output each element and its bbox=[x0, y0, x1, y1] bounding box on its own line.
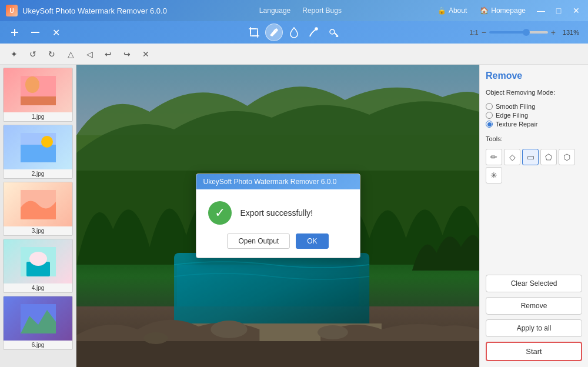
crop-tool-btn[interactable] bbox=[245, 24, 263, 41]
title-bar: U UkeySoft Photo Watermark Remover 6.0.0… bbox=[0, 0, 588, 21]
panel-title: Remove bbox=[486, 71, 582, 81]
dialog-footer: Open Output OK bbox=[196, 233, 360, 258]
apply-to-all-btn[interactable]: Apply to all bbox=[486, 319, 582, 337]
start-btn[interactable]: Start bbox=[486, 342, 582, 361]
canvas-area[interactable]: UkeySoft Photo Watermark Remover 6.0.0 ✓… bbox=[76, 65, 479, 367]
cancel-edit-btn[interactable]: ✕ bbox=[138, 46, 154, 62]
removing-mode-label: Object Removing Mode: bbox=[486, 89, 582, 96]
svg-point-18 bbox=[41, 136, 53, 148]
thumb-label-6: 6.jpg bbox=[4, 341, 72, 349]
dialog-body: ✓ Export successfully! bbox=[196, 189, 360, 233]
mode-edge-label: Edge Filing bbox=[496, 112, 528, 119]
svg-rect-17 bbox=[21, 145, 56, 162]
sparkle-btn[interactable]: ✦ bbox=[6, 46, 22, 62]
tools-row: ✏ ◇ ▭ ⬠ ⬡ ✳ bbox=[486, 149, 582, 184]
remove-btn[interactable]: Remove bbox=[486, 297, 582, 315]
brush-mode-btn[interactable] bbox=[265, 24, 283, 41]
removing-mode-group: Smooth Filing Edge Filing Texture Repair bbox=[486, 103, 582, 128]
zoom-plus-btn[interactable]: + bbox=[551, 28, 556, 37]
language-btn[interactable]: Language bbox=[259, 6, 290, 15]
svg-point-14 bbox=[25, 76, 39, 93]
rect-tool-btn[interactable]: ▭ bbox=[522, 149, 539, 165]
magic-wand-btn[interactable]: ✳ bbox=[486, 167, 502, 184]
app-title: UkeySoft Photo Watermark Remover 6.0.0 bbox=[22, 6, 167, 15]
mode-texture-repair[interactable]: Texture Repair bbox=[486, 121, 582, 128]
svg-rect-2 bbox=[31, 32, 39, 33]
svg-point-8 bbox=[315, 28, 318, 30]
undo-btn[interactable]: ↩ bbox=[100, 46, 116, 62]
thumbnails-panel: 1.jpg 2.jpg 3.jpg 4.jpg 6.jpg bbox=[0, 65, 76, 367]
svg-point-22 bbox=[29, 252, 47, 266]
dialog-overlay: UkeySoft Photo Watermark Remover 6.0.0 ✓… bbox=[76, 65, 479, 367]
minus-btn[interactable] bbox=[26, 24, 44, 41]
minimize-btn[interactable]: — bbox=[535, 5, 547, 16]
zoom-minus-btn[interactable]: − bbox=[482, 28, 486, 37]
export-dialog: UkeySoft Photo Watermark Remover 6.0.0 ✓… bbox=[196, 174, 360, 258]
dialog-message: Export successfully! bbox=[240, 208, 313, 218]
success-icon: ✓ bbox=[208, 201, 232, 225]
mode-smooth-filing[interactable]: Smooth Filing bbox=[486, 103, 582, 110]
open-output-btn[interactable]: Open Output bbox=[227, 233, 290, 249]
main-area: 1.jpg 2.jpg 3.jpg 4.jpg 6.jpg bbox=[0, 65, 588, 367]
svg-rect-7 bbox=[250, 29, 258, 36]
svg-point-9 bbox=[330, 29, 335, 34]
thumbnail-1[interactable]: 1.jpg bbox=[3, 68, 73, 122]
sub-toolbar: ✕ 1:1 − + 131% bbox=[0, 21, 588, 44]
dialog-title: UkeySoft Photo Watermark Remover 6.0.0 bbox=[196, 174, 360, 189]
tools-label: Tools: bbox=[486, 135, 582, 142]
report-bugs-btn[interactable]: Report Bugs bbox=[302, 6, 342, 15]
thumb-label-1: 1.jpg bbox=[4, 112, 72, 121]
ok-btn[interactable]: OK bbox=[296, 233, 328, 249]
zoom-slider[interactable] bbox=[489, 31, 548, 34]
zoom-label-1to1: 1:1 bbox=[469, 29, 478, 36]
flip-v-btn[interactable]: ◁ bbox=[81, 46, 98, 62]
fill-tool-btn[interactable]: ⬡ bbox=[559, 149, 575, 165]
right-panel: Remove Object Removing Mode: Smooth Fili… bbox=[479, 65, 588, 367]
app-icon: U bbox=[6, 5, 18, 16]
clear-selected-btn[interactable]: Clear Selected bbox=[486, 275, 582, 292]
redo-btn[interactable]: ↪ bbox=[119, 46, 135, 62]
brush-tool-btn2[interactable] bbox=[305, 24, 323, 41]
about-btn[interactable]: 🔒 About bbox=[434, 5, 470, 16]
radio-texture[interactable] bbox=[486, 121, 493, 128]
close-btn[interactable]: ✕ bbox=[570, 5, 582, 16]
key-tool-btn[interactable] bbox=[325, 24, 343, 41]
thumbnail-4[interactable]: 4.jpg bbox=[3, 239, 73, 293]
pencil-tool-btn[interactable]: ✏ bbox=[486, 149, 502, 165]
drop-tool-btn[interactable] bbox=[285, 24, 303, 41]
mode-texture-label: Texture Repair bbox=[496, 121, 538, 128]
polygon-tool-btn[interactable]: ⬠ bbox=[540, 149, 557, 165]
zoom-percent: 131% bbox=[559, 29, 579, 36]
diamond-tool-btn[interactable]: ◇ bbox=[504, 149, 520, 165]
thumbnail-2[interactable]: 2.jpg bbox=[3, 125, 73, 179]
svg-line-10 bbox=[335, 33, 338, 36]
maximize-btn[interactable]: □ bbox=[553, 5, 564, 16]
thumb-label-2: 2.jpg bbox=[4, 169, 72, 178]
flip-h-btn[interactable]: △ bbox=[62, 46, 79, 62]
thumbnail-6[interactable]: 6.jpg bbox=[3, 296, 73, 350]
radio-edge[interactable] bbox=[486, 112, 493, 119]
rotate-right-btn[interactable]: ↻ bbox=[44, 46, 60, 62]
mode-smooth-label: Smooth Filing bbox=[496, 103, 535, 110]
thumb-label-3: 3.jpg bbox=[4, 226, 72, 235]
clear-btn[interactable]: ✕ bbox=[47, 24, 65, 41]
edit-toolbar: ✦ ↺ ↻ △ ◁ ↩ ↪ ✕ bbox=[0, 44, 588, 65]
mode-edge-filing[interactable]: Edge Filing bbox=[486, 112, 582, 119]
radio-smooth[interactable] bbox=[486, 103, 493, 110]
rotate-left-btn[interactable]: ↺ bbox=[25, 46, 41, 62]
thumb-label-4: 4.jpg bbox=[4, 283, 72, 292]
thumbnail-3[interactable]: 3.jpg bbox=[3, 182, 73, 236]
add-file-btn[interactable] bbox=[6, 24, 24, 41]
svg-rect-15 bbox=[21, 96, 56, 105]
homepage-btn[interactable]: 🏠 Homepage bbox=[476, 5, 529, 16]
